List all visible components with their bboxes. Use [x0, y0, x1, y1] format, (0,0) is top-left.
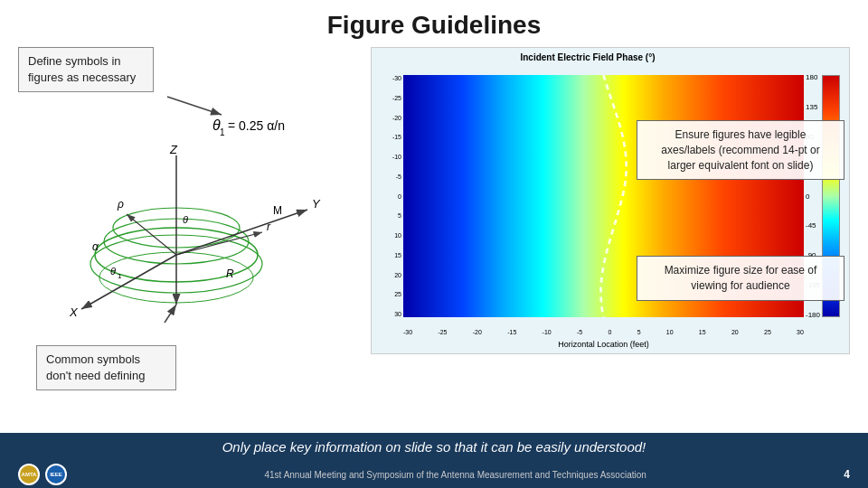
heatmap-title: Incident Electric Field Phase (°) — [372, 52, 804, 62]
common-symbols-box: Common symbols don't need defining — [36, 345, 176, 390]
svg-text:= 0.25 α/n: = 0.25 α/n — [228, 118, 285, 133]
footer-page-number: 4 — [844, 468, 850, 481]
ensure-figures-annotation: Ensure figures have legible axes/labels … — [637, 120, 844, 180]
footer-text: 41st Annual Meeting and Symposium of the… — [265, 470, 646, 480]
define-symbols-box: Define symbols in figures as necessary — [18, 47, 154, 92]
svg-text:α: α — [92, 240, 99, 253]
svg-text:X: X — [69, 305, 79, 319]
svg-line-13 — [176, 210, 307, 255]
svg-text:R: R — [226, 267, 234, 280]
page-title: Figure Guidelines — [0, 0, 868, 47]
svg-text:1: 1 — [118, 272, 122, 280]
heatmap-container: Incident Electric Field Phase (°) Vertic… — [371, 47, 850, 354]
logo-ieee: IEEE — [45, 464, 67, 485]
x-tick-labels: -30-25-20-15-10 -5051015 202530 — [403, 329, 804, 335]
svg-text:M: M — [273, 204, 282, 217]
x-axis-label: Horizontal Location (feet) — [403, 340, 804, 349]
svg-text:θ: θ — [183, 214, 188, 225]
svg-line-2 — [167, 97, 222, 115]
bottom-bar: Only place key information on slide so t… — [0, 433, 868, 461]
maximize-figure-annotation: Maximize figure size for ease of viewing… — [637, 256, 844, 301]
svg-text:θ: θ — [110, 266, 116, 277]
define-symbols-text: Define symbols in figures as necessary — [28, 54, 136, 84]
svg-text:1: 1 — [220, 127, 225, 137]
footer-bar: AMTA IEEE 41st Annual Meeting and Sympos… — [0, 461, 868, 488]
common-symbols-text: Common symbols don't need defining — [46, 352, 145, 382]
left-panel: Define symbols in figures as necessary θ… — [18, 47, 362, 418]
footer-logos: AMTA IEEE — [18, 464, 67, 485]
right-panel: Incident Electric Field Phase (°) Vertic… — [371, 47, 850, 418]
svg-line-27 — [165, 305, 176, 323]
logo-amta: AMTA — [18, 464, 40, 485]
svg-text:ρ: ρ — [117, 198, 124, 211]
coordinate-diagram: θ 1 = 0.25 α/n Z Y X ρ θ — [27, 65, 362, 354]
main-content: Define symbols in figures as necessary θ… — [0, 47, 868, 418]
y-tick-labels: -30-25-20-15-10 -5051015 202530 — [385, 75, 401, 317]
svg-text:Z: Z — [169, 143, 178, 156]
svg-text:Y: Y — [312, 197, 321, 211]
